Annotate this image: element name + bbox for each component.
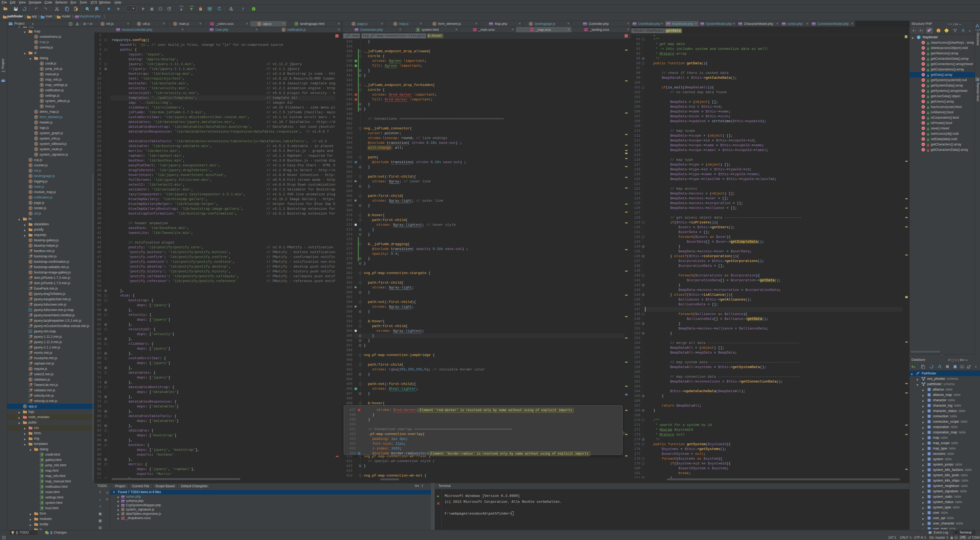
svg-text:php: php: [633, 23, 636, 25]
svg-text:h: h: [296, 23, 297, 25]
svg-text:010: 010: [29, 364, 32, 366]
svg-text:m: m: [922, 89, 924, 92]
svg-text:php: php: [122, 505, 125, 507]
svg-text:h: h: [41, 481, 43, 483]
svg-text:JS: JS: [30, 293, 32, 295]
svg-text:JS: JS: [35, 122, 37, 123]
svg-text:SASS: SASS: [121, 518, 124, 519]
svg-text:JS: JS: [31, 400, 33, 401]
svg-text:JS: JS: [31, 255, 33, 256]
svg-text:JS: JS: [31, 357, 33, 358]
svg-text:z: z: [922, 31, 923, 33]
svg-text:C: C: [918, 36, 920, 39]
svg-text:010: 010: [29, 321, 32, 323]
svg-text:JS: JS: [35, 132, 37, 134]
svg-text:010: 010: [29, 278, 32, 280]
svg-text:JS: JS: [31, 298, 33, 299]
svg-text:010: 010: [29, 348, 32, 350]
svg-text:php: php: [2, 80, 5, 82]
svg-text:010: 010: [29, 315, 32, 317]
svg-text:JS: JS: [530, 23, 532, 25]
svg-text:JS: JS: [123, 509, 124, 511]
svg-text:JS: JS: [30, 213, 32, 214]
svg-text:o: o: [915, 31, 916, 33]
svg-text:JS: JS: [31, 314, 33, 315]
svg-text:JS: JS: [41, 89, 43, 91]
svg-text:m: m: [922, 127, 924, 130]
svg-text:010: 010: [29, 358, 32, 360]
svg-text:php: php: [739, 23, 742, 25]
svg-text:m: m: [922, 100, 924, 103]
svg-text:010: 010: [29, 256, 32, 258]
svg-text:b: b: [915, 29, 916, 31]
svg-text:php: php: [122, 496, 125, 498]
svg-text:JS: JS: [123, 513, 124, 515]
svg-text:SASS: SASS: [584, 29, 588, 30]
svg-text:JS: JS: [30, 202, 32, 204]
svg-text:m: m: [922, 73, 924, 76]
svg-text:h: h: [41, 465, 43, 466]
svg-text:m: m: [922, 143, 924, 146]
svg-text:JS: JS: [31, 250, 33, 251]
svg-text:php: php: [667, 23, 670, 25]
svg-text:m: m: [922, 41, 924, 44]
svg-text:m: m: [922, 111, 924, 113]
svg-text:010: 010: [29, 305, 32, 307]
svg-text:h: h: [41, 497, 43, 499]
svg-text:JS: JS: [35, 111, 37, 113]
svg-text:JS: JS: [30, 164, 32, 166]
svg-text:m: m: [922, 132, 924, 135]
svg-text:JS: JS: [31, 362, 33, 364]
svg-text:JS: JS: [30, 261, 32, 263]
svg-text:JS: JS: [31, 395, 33, 396]
svg-text:JS: JS: [102, 23, 103, 25]
svg-text:JS: JS: [31, 341, 33, 342]
svg-text:JS: JS: [30, 197, 32, 198]
svg-text:JS: JS: [35, 36, 37, 38]
svg-text:JS: JS: [174, 23, 176, 25]
svg-text:m: m: [922, 68, 924, 71]
svg-text:JS: JS: [41, 79, 43, 80]
svg-text:010: 010: [29, 326, 32, 328]
svg-text:JS: JS: [31, 389, 33, 390]
svg-text:SASS: SASS: [210, 23, 214, 25]
svg-text:JS: JS: [24, 406, 26, 407]
svg-text:m: m: [922, 79, 924, 81]
svg-text:JS: JS: [30, 186, 32, 188]
svg-text:m: m: [922, 84, 924, 87]
svg-text:JS: JS: [41, 84, 43, 86]
svg-text:JS: JS: [41, 73, 43, 75]
svg-text:JS: JS: [395, 23, 396, 25]
svg-text:010: 010: [29, 284, 32, 285]
svg-text:php: php: [812, 23, 815, 25]
svg-text:010: 010: [29, 401, 32, 403]
svg-text:JS: JS: [35, 148, 37, 150]
svg-text:010: 010: [29, 390, 32, 392]
svg-text:JS: JS: [41, 100, 43, 102]
svg-text:DDL: DDL: [967, 367, 970, 368]
svg-text:JS: JS: [30, 379, 32, 380]
svg-text:JS: JS: [31, 325, 33, 326]
svg-text:JS: JS: [31, 282, 33, 284]
svg-text:h: h: [41, 475, 43, 477]
svg-text:010: 010: [29, 267, 32, 269]
svg-text:c: c: [946, 30, 947, 32]
svg-text:JS: JS: [30, 272, 32, 273]
svg-text:JS: JS: [31, 336, 33, 337]
svg-text:JS: JS: [31, 287, 33, 289]
svg-text:JS: JS: [30, 368, 32, 370]
svg-text:h: h: [41, 507, 43, 509]
svg-text:010: 010: [29, 396, 32, 398]
svg-text:JS: JS: [41, 95, 43, 96]
svg-text:?: ?: [242, 7, 244, 11]
svg-text:JS: JS: [31, 346, 33, 348]
svg-text:JS: JS: [138, 23, 140, 25]
svg-text:h: h: [41, 459, 43, 461]
svg-text:JS: JS: [30, 175, 32, 177]
svg-text:php: php: [122, 501, 125, 502]
svg-text:m: m: [922, 148, 924, 151]
svg-text:JS: JS: [30, 207, 32, 209]
svg-text:h: h: [41, 470, 43, 472]
svg-text:010: 010: [29, 337, 32, 339]
svg-text:JS: JS: [31, 384, 33, 385]
